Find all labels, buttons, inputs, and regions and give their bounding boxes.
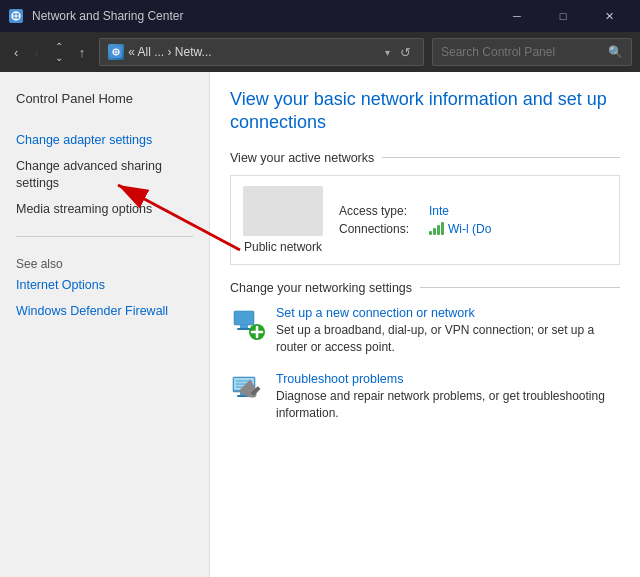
- access-type-value: Inte: [429, 204, 449, 218]
- sidebar-item-internet-options[interactable]: Internet Options: [16, 275, 193, 297]
- settings-text-troubleshoot: Troubleshoot problems Diagnose and repai…: [276, 371, 620, 422]
- window-icon: [8, 8, 24, 24]
- sidebar-main-section: Control Panel Home Change adapter settin…: [0, 88, 209, 236]
- settings-item-troubleshoot: Troubleshoot problems Diagnose and repai…: [230, 371, 620, 422]
- minimize-button[interactable]: ─: [494, 0, 540, 32]
- svg-rect-8: [234, 311, 254, 325]
- section-divider: [382, 157, 620, 158]
- address-bar: « All ... › Netw... ▾ ↺: [99, 38, 424, 66]
- sidebar-item-change-adapter[interactable]: Change adapter settings: [16, 130, 193, 152]
- sidebar: Control Panel Home Change adapter settin…: [0, 72, 210, 577]
- close-button[interactable]: ✕: [586, 0, 632, 32]
- address-dropdown-arrow[interactable]: ▾: [383, 45, 392, 60]
- maximize-button[interactable]: □: [540, 0, 586, 32]
- access-type-row: Access type: Inte: [339, 204, 607, 218]
- troubleshoot-link[interactable]: Troubleshoot problems: [276, 372, 403, 386]
- settings-text-new-connection: Set up a new connection or network Set u…: [276, 305, 620, 356]
- sidebar-see-also-label: See also: [16, 249, 193, 275]
- search-bar[interactable]: 🔍: [432, 38, 632, 66]
- network-icon: [243, 186, 323, 236]
- change-settings-header: Change your networking settings: [230, 281, 620, 295]
- troubleshoot-desc: Diagnose and repair network problems, or…: [276, 388, 620, 422]
- back-button[interactable]: ‹: [8, 41, 24, 64]
- window-controls: ─ □ ✕: [494, 0, 632, 32]
- network-name: Public network: [244, 240, 322, 254]
- sidebar-item-change-sharing: Change advanced sharing settings: [16, 156, 193, 195]
- refresh-button[interactable]: ↺: [396, 43, 415, 62]
- active-networks-header: View your active networks: [230, 151, 620, 165]
- sidebar-item-windows-firewall[interactable]: Windows Defender Firewall: [16, 301, 193, 323]
- connections-value: Wi-l (Do: [448, 222, 491, 236]
- settings-item-new-connection: Set up a new connection or network Set u…: [230, 305, 620, 356]
- connections-label: Connections:: [339, 222, 429, 236]
- page-title: View your basic network information and …: [230, 88, 620, 135]
- section-divider-2: [420, 287, 620, 288]
- new-connection-icon: [230, 305, 266, 341]
- sidebar-see-also-section: See also Internet Options Windows Defend…: [0, 249, 209, 338]
- up-down-button[interactable]: ⌃⌄: [49, 37, 69, 67]
- content-area: View your basic network information and …: [210, 72, 640, 577]
- forward-button[interactable]: ›: [28, 41, 44, 64]
- search-icon: 🔍: [608, 45, 623, 59]
- network-info: Access type: Inte Connections:: [339, 204, 607, 236]
- connections-row: Connections: Wi-l (Do: [339, 222, 607, 236]
- access-type-label: Access type:: [339, 204, 429, 218]
- window-title: Network and Sharing Center: [32, 9, 494, 23]
- address-icon: [108, 44, 124, 60]
- troubleshoot-icon: [230, 371, 266, 407]
- sidebar-item-media-streaming: Media streaming options: [16, 199, 193, 221]
- new-connection-desc: Set up a broadband, dial-up, or VPN conn…: [276, 322, 620, 356]
- change-settings-label: Change your networking settings: [230, 281, 412, 295]
- search-input[interactable]: [441, 45, 604, 59]
- active-networks-label: View your active networks: [230, 151, 374, 165]
- new-connection-link[interactable]: Set up a new connection or network: [276, 306, 475, 320]
- nav-bar: ‹ › ⌃⌄ ↑ « All ... › Netw... ▾ ↺ 🔍: [0, 32, 640, 72]
- sidebar-item-home[interactable]: Control Panel Home: [16, 88, 193, 110]
- title-bar: Network and Sharing Center ─ □ ✕: [0, 0, 640, 32]
- address-text: « All ... › Netw...: [128, 45, 379, 59]
- up-button[interactable]: ↑: [73, 41, 92, 64]
- svg-rect-9: [240, 325, 248, 328]
- main-layout: Control Panel Home Change adapter settin…: [0, 72, 640, 577]
- active-networks-box: Public network Access type: Inte Connect…: [230, 175, 620, 265]
- svg-rect-10: [237, 328, 251, 330]
- wifi-bars: [429, 222, 444, 235]
